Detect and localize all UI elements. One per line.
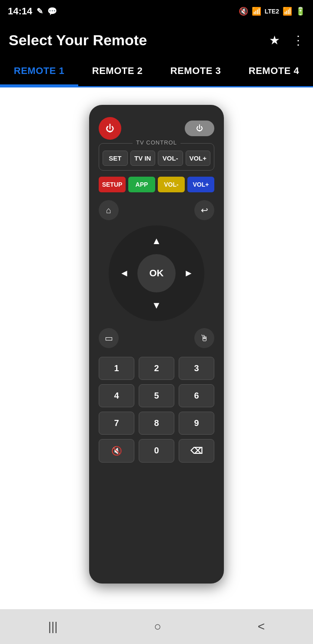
left-arrow-icon: ◄: [120, 268, 129, 279]
num-5-button[interactable]: 5: [139, 384, 174, 407]
wifi-icon: 📶: [252, 7, 261, 16]
num-0-button[interactable]: 0: [139, 439, 174, 463]
home-button[interactable]: ⌂: [99, 200, 119, 220]
navigation-bar: ||| ○ <: [0, 609, 313, 644]
tv-control-box: TV CONTROL SET TV IN VOL- VOL+: [99, 143, 214, 171]
dpad: ▲ ▼ ◄ ► OK: [109, 225, 204, 321]
header-icons: ★ ⋮: [269, 33, 304, 47]
numpad-row-3: 7 8 9: [99, 412, 214, 435]
battery-icon: 🔋: [296, 7, 305, 16]
power-red-button[interactable]: ⏻: [99, 117, 121, 140]
ok-button[interactable]: OK: [137, 254, 176, 292]
back-icon: ↩: [201, 205, 208, 215]
num-3-button[interactable]: 3: [179, 357, 214, 380]
recent-apps-button[interactable]: |||: [35, 615, 71, 638]
mute-icon: 🔇: [239, 7, 248, 16]
status-right: 🔇 📶 LTE2 📶 🔋: [239, 7, 305, 16]
more-options-icon[interactable]: ⋮: [292, 33, 304, 47]
dpad-container: ▲ ▼ ◄ ► OK: [109, 225, 204, 321]
color-button-row: SETUP APP VOL- VOL+: [99, 177, 214, 192]
tv-control-label: TV CONTROL: [133, 139, 180, 146]
tab-remote-3[interactable]: REMOTE 3: [156, 57, 235, 86]
lte-icon: LTE2: [265, 8, 279, 15]
num-4-button[interactable]: 4: [99, 384, 134, 407]
power-row: ⏻ ⏻: [99, 117, 214, 140]
dpad-left-button[interactable]: ◄: [115, 264, 134, 283]
right-arrow-icon: ►: [184, 268, 193, 279]
back-nav-button[interactable]: <: [245, 615, 278, 638]
dpad-right-button[interactable]: ►: [179, 264, 198, 283]
home-back-row: ⌂ ↩: [99, 200, 214, 220]
num-9-button[interactable]: 9: [179, 412, 214, 435]
status-bar: 14:14 ✎ 💬 🔇 📶 LTE2 📶 🔋: [0, 0, 313, 23]
mouse-icon: 🖱: [200, 333, 209, 343]
stylus-icon: ✎: [37, 7, 43, 16]
remote-control: ⏻ ⏻ TV CONTROL SET TV IN VOL- VOL+ SETUP…: [89, 105, 224, 584]
tv-in-button[interactable]: TV IN: [130, 151, 156, 166]
vol-minus-color-button[interactable]: VOL-: [158, 177, 185, 192]
power-gray-icon: ⏻: [196, 124, 203, 132]
up-arrow-icon: ▲: [152, 235, 161, 247]
num-6-button[interactable]: 6: [179, 384, 214, 407]
message-icon: 💬: [47, 7, 57, 16]
bottom-icon-row: ▭ 🖱: [99, 328, 214, 348]
menu-icon: ▭: [105, 333, 113, 343]
app-button[interactable]: APP: [128, 177, 155, 192]
status-left: 14:14 ✎ 💬: [8, 6, 57, 17]
tv-button-row: SET TV IN VOL- VOL+: [103, 151, 210, 166]
favorite-icon[interactable]: ★: [269, 33, 280, 47]
home-nav-button[interactable]: ○: [141, 615, 174, 638]
power-gray-button[interactable]: ⏻: [185, 121, 214, 136]
dpad-down-button[interactable]: ▼: [147, 296, 166, 315]
tab-remote-4[interactable]: REMOTE 4: [235, 57, 313, 86]
remote-tabs: REMOTE 1 REMOTE 2 REMOTE 3 REMOTE 4: [0, 57, 313, 87]
down-arrow-icon: ▼: [152, 300, 161, 311]
numpad-row-2: 4 5 6: [99, 384, 214, 407]
app-header: Select Your Remote ★ ⋮: [0, 23, 313, 57]
back-button[interactable]: ↩: [194, 200, 214, 220]
power-red-icon: ⏻: [106, 124, 114, 134]
num-2-button[interactable]: 2: [139, 357, 174, 380]
mute-button[interactable]: 🔇: [99, 439, 134, 463]
backspace-button[interactable]: ⌫: [179, 439, 214, 463]
tab-remote-2[interactable]: REMOTE 2: [78, 57, 156, 86]
num-7-button[interactable]: 7: [99, 412, 134, 435]
set-button[interactable]: SET: [103, 151, 128, 166]
mouse-button[interactable]: 🖱: [194, 328, 214, 348]
dpad-up-button[interactable]: ▲: [147, 231, 166, 251]
page-title: Select Your Remote: [9, 32, 147, 49]
numpad-row-4: 🔇 0 ⌫: [99, 439, 214, 463]
tab-remote-1[interactable]: REMOTE 1: [0, 57, 78, 86]
home-icon: ⌂: [106, 205, 111, 215]
numpad: 1 2 3 4 5 6 7 8 9 🔇 0 ⌫: [99, 357, 214, 463]
num-1-button[interactable]: 1: [99, 357, 134, 380]
num-8-button[interactable]: 8: [139, 412, 174, 435]
vol-plus-button[interactable]: VOL+: [186, 151, 211, 166]
setup-button[interactable]: SETUP: [99, 177, 126, 192]
vol-minus-button[interactable]: VOL-: [158, 151, 183, 166]
menu-button[interactable]: ▭: [99, 328, 119, 348]
main-content: ⏻ ⏻ TV CONTROL SET TV IN VOL- VOL+ SETUP…: [0, 87, 313, 610]
signal-icon: 📶: [283, 7, 292, 16]
vol-plus-color-button[interactable]: VOL+: [187, 177, 214, 192]
numpad-row-1: 1 2 3: [99, 357, 214, 380]
time-display: 14:14: [8, 6, 32, 17]
